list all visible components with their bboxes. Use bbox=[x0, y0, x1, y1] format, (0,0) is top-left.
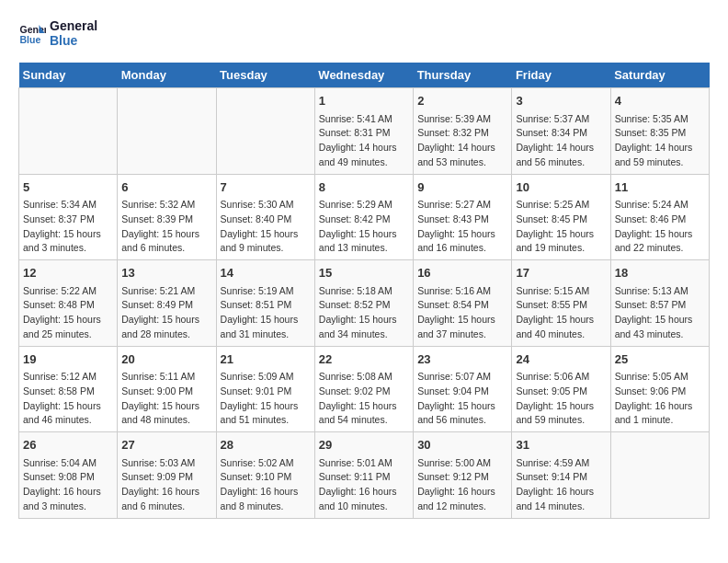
day-info: Sunrise: 5:12 AMSunset: 8:58 PMDaylight:… bbox=[23, 370, 113, 428]
calendar-cell bbox=[216, 88, 314, 175]
day-info: Sunrise: 5:24 AMSunset: 8:46 PMDaylight:… bbox=[615, 198, 705, 256]
calendar-header-row: SundayMondayTuesdayWednesdayThursdayFrid… bbox=[19, 63, 710, 88]
calendar-cell: 24Sunrise: 5:06 AMSunset: 9:05 PMDayligh… bbox=[512, 346, 610, 432]
calendar-cell: 17Sunrise: 5:15 AMSunset: 8:55 PMDayligh… bbox=[512, 260, 610, 347]
calendar-cell: 30Sunrise: 5:00 AMSunset: 9:12 PMDayligh… bbox=[414, 432, 512, 519]
day-number: 13 bbox=[121, 264, 211, 282]
calendar-week-row: 19Sunrise: 5:12 AMSunset: 8:58 PMDayligh… bbox=[19, 346, 710, 432]
calendar-cell: 23Sunrise: 5:07 AMSunset: 9:04 PMDayligh… bbox=[414, 346, 512, 432]
day-number: 4 bbox=[615, 92, 705, 110]
day-info: Sunrise: 5:13 AMSunset: 8:57 PMDaylight:… bbox=[615, 284, 705, 342]
weekday-header: Saturday bbox=[610, 63, 709, 88]
day-info: Sunrise: 5:16 AMSunset: 8:54 PMDaylight:… bbox=[417, 284, 507, 342]
day-info: Sunrise: 5:04 AMSunset: 9:08 PMDaylight:… bbox=[23, 456, 113, 514]
calendar-cell: 12Sunrise: 5:22 AMSunset: 8:48 PMDayligh… bbox=[19, 260, 118, 347]
calendar-cell: 9Sunrise: 5:27 AMSunset: 8:43 PMDaylight… bbox=[414, 174, 512, 260]
calendar-cell: 2Sunrise: 5:39 AMSunset: 8:32 PMDaylight… bbox=[414, 88, 512, 175]
calendar-cell: 31Sunrise: 4:59 AMSunset: 9:14 PMDayligh… bbox=[512, 432, 610, 519]
day-info: Sunrise: 5:34 AMSunset: 8:37 PMDaylight:… bbox=[23, 198, 113, 256]
day-number: 6 bbox=[121, 178, 211, 197]
calendar-week-row: 5Sunrise: 5:34 AMSunset: 8:37 PMDaylight… bbox=[19, 174, 710, 260]
day-number: 22 bbox=[319, 350, 409, 369]
day-info: Sunrise: 5:03 AMSunset: 9:09 PMDaylight:… bbox=[121, 456, 211, 514]
day-number: 29 bbox=[319, 436, 409, 454]
logo-general: General bbox=[50, 18, 97, 33]
day-number: 8 bbox=[319, 178, 409, 197]
day-info: Sunrise: 5:21 AMSunset: 8:49 PMDaylight:… bbox=[121, 284, 211, 342]
day-info: Sunrise: 5:15 AMSunset: 8:55 PMDaylight:… bbox=[516, 284, 606, 342]
day-number: 20 bbox=[121, 350, 211, 369]
calendar-cell: 7Sunrise: 5:30 AMSunset: 8:40 PMDaylight… bbox=[216, 174, 314, 260]
day-info: Sunrise: 5:05 AMSunset: 9:06 PMDaylight:… bbox=[615, 370, 705, 428]
day-info: Sunrise: 5:39 AMSunset: 8:32 PMDaylight:… bbox=[417, 112, 507, 170]
day-info: Sunrise: 5:41 AMSunset: 8:31 PMDaylight:… bbox=[319, 112, 409, 170]
calendar-cell: 16Sunrise: 5:16 AMSunset: 8:54 PMDayligh… bbox=[414, 260, 512, 347]
day-number: 12 bbox=[23, 264, 113, 282]
day-info: Sunrise: 5:01 AMSunset: 9:11 PMDaylight:… bbox=[319, 456, 409, 514]
day-info: Sunrise: 5:07 AMSunset: 9:04 PMDaylight:… bbox=[417, 370, 507, 428]
day-number: 18 bbox=[615, 264, 705, 282]
day-number: 25 bbox=[615, 350, 705, 369]
day-number: 27 bbox=[121, 436, 211, 454]
day-number: 9 bbox=[417, 178, 507, 197]
day-info: Sunrise: 5:09 AMSunset: 9:01 PMDaylight:… bbox=[221, 370, 311, 428]
day-info: Sunrise: 5:27 AMSunset: 8:43 PMDaylight:… bbox=[417, 198, 507, 256]
calendar-cell bbox=[19, 88, 118, 175]
day-number: 26 bbox=[23, 436, 113, 454]
day-number: 19 bbox=[23, 350, 113, 369]
day-info: Sunrise: 5:37 AMSunset: 8:34 PMDaylight:… bbox=[516, 112, 606, 170]
day-info: Sunrise: 5:06 AMSunset: 9:05 PMDaylight:… bbox=[516, 370, 606, 428]
calendar-cell: 8Sunrise: 5:29 AMSunset: 8:42 PMDaylight… bbox=[314, 174, 413, 260]
calendar-week-row: 12Sunrise: 5:22 AMSunset: 8:48 PMDayligh… bbox=[19, 260, 710, 347]
calendar-cell: 6Sunrise: 5:32 AMSunset: 8:39 PMDaylight… bbox=[118, 174, 216, 260]
day-number: 24 bbox=[516, 350, 606, 369]
day-number: 10 bbox=[516, 178, 606, 197]
day-number: 1 bbox=[319, 92, 409, 110]
calendar-cell: 22Sunrise: 5:08 AMSunset: 9:02 PMDayligh… bbox=[314, 346, 413, 432]
day-info: Sunrise: 5:30 AMSunset: 8:40 PMDaylight:… bbox=[221, 198, 311, 256]
calendar-cell: 4Sunrise: 5:35 AMSunset: 8:35 PMDaylight… bbox=[610, 88, 709, 175]
logo: General Blue General Blue bbox=[18, 18, 97, 48]
day-info: Sunrise: 4:59 AMSunset: 9:14 PMDaylight:… bbox=[516, 456, 606, 514]
day-info: Sunrise: 5:02 AMSunset: 9:10 PMDaylight:… bbox=[221, 456, 311, 514]
calendar-week-row: 26Sunrise: 5:04 AMSunset: 9:08 PMDayligh… bbox=[19, 432, 710, 519]
calendar-cell: 29Sunrise: 5:01 AMSunset: 9:11 PMDayligh… bbox=[314, 432, 413, 519]
day-number: 14 bbox=[221, 264, 311, 282]
calendar-cell: 1Sunrise: 5:41 AMSunset: 8:31 PMDaylight… bbox=[314, 88, 413, 175]
day-number: 31 bbox=[516, 436, 606, 454]
day-info: Sunrise: 5:19 AMSunset: 8:51 PMDaylight:… bbox=[221, 284, 311, 342]
day-number: 7 bbox=[221, 178, 311, 197]
day-info: Sunrise: 5:25 AMSunset: 8:45 PMDaylight:… bbox=[516, 198, 606, 256]
calendar-cell: 14Sunrise: 5:19 AMSunset: 8:51 PMDayligh… bbox=[216, 260, 314, 347]
day-number: 2 bbox=[417, 92, 507, 110]
day-number: 11 bbox=[615, 178, 705, 197]
weekday-header: Monday bbox=[118, 63, 216, 88]
weekday-header: Tuesday bbox=[216, 63, 314, 88]
day-number: 5 bbox=[23, 178, 113, 197]
day-info: Sunrise: 5:18 AMSunset: 8:52 PMDaylight:… bbox=[319, 284, 409, 342]
calendar-week-row: 1Sunrise: 5:41 AMSunset: 8:31 PMDaylight… bbox=[19, 88, 710, 175]
day-number: 23 bbox=[417, 350, 507, 369]
calendar-cell bbox=[118, 88, 216, 175]
day-info: Sunrise: 5:32 AMSunset: 8:39 PMDaylight:… bbox=[121, 198, 211, 256]
calendar-cell: 20Sunrise: 5:11 AMSunset: 9:00 PMDayligh… bbox=[118, 346, 216, 432]
calendar-cell: 26Sunrise: 5:04 AMSunset: 9:08 PMDayligh… bbox=[19, 432, 118, 519]
day-info: Sunrise: 5:08 AMSunset: 9:02 PMDaylight:… bbox=[319, 370, 409, 428]
calendar-cell: 5Sunrise: 5:34 AMSunset: 8:37 PMDaylight… bbox=[19, 174, 118, 260]
day-info: Sunrise: 5:22 AMSunset: 8:48 PMDaylight:… bbox=[23, 284, 113, 342]
calendar-cell: 10Sunrise: 5:25 AMSunset: 8:45 PMDayligh… bbox=[512, 174, 610, 260]
day-number: 28 bbox=[221, 436, 311, 454]
day-number: 3 bbox=[516, 92, 606, 110]
day-number: 16 bbox=[417, 264, 507, 282]
calendar-cell: 27Sunrise: 5:03 AMSunset: 9:09 PMDayligh… bbox=[118, 432, 216, 519]
page-header: General Blue General Blue bbox=[18, 18, 710, 48]
calendar-cell: 18Sunrise: 5:13 AMSunset: 8:57 PMDayligh… bbox=[610, 260, 709, 347]
day-info: Sunrise: 5:29 AMSunset: 8:42 PMDaylight:… bbox=[319, 198, 409, 256]
day-info: Sunrise: 5:11 AMSunset: 9:00 PMDaylight:… bbox=[121, 370, 211, 428]
day-info: Sunrise: 5:35 AMSunset: 8:35 PMDaylight:… bbox=[615, 112, 705, 170]
weekday-header: Friday bbox=[512, 63, 610, 88]
day-info: Sunrise: 5:00 AMSunset: 9:12 PMDaylight:… bbox=[417, 456, 507, 514]
svg-text:Blue: Blue bbox=[20, 34, 41, 45]
day-number: 15 bbox=[319, 264, 409, 282]
calendar-cell: 28Sunrise: 5:02 AMSunset: 9:10 PMDayligh… bbox=[216, 432, 314, 519]
